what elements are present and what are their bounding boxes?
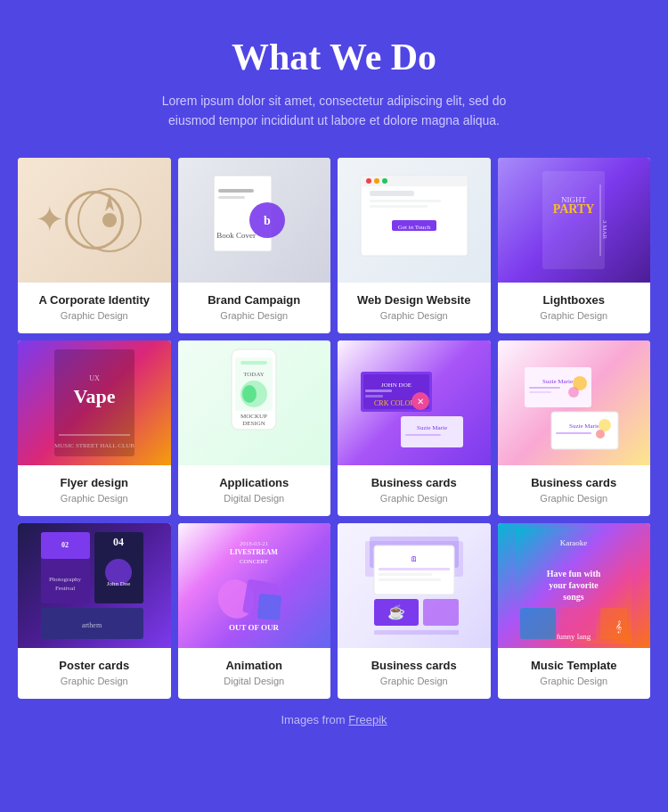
svg-point-52 [568, 387, 579, 398]
freepik-link[interactable]: Freepik [348, 713, 387, 726]
svg-text:Have fun with: Have fun with [547, 569, 601, 578]
svg-text:MUSIC STREET HALL CLUB: MUSIC STREET HALL CLUB [54, 442, 134, 449]
item-image-flyer: UX Vape MUSIC STREET HALL CLUB [18, 340, 171, 465]
svg-rect-82 [379, 578, 441, 581]
item-info-corporate: A Corporate Identity Graphic Design [18, 283, 171, 333]
svg-rect-81 [379, 573, 432, 576]
svg-rect-50 [529, 391, 551, 393]
item-category-webdesign: Graphic Design [346, 310, 482, 321]
grid-item-bizcard1[interactable]: JOHN DOE CRK COLORS ✕ Suzie Marie Busine… [338, 340, 491, 516]
item-info-flyer: Flyer design Graphic Design [18, 465, 171, 516]
svg-point-12 [382, 178, 387, 184]
grid-item-apps[interactable]: TODAY MOCKUP DESIGN Applications Digital… [178, 340, 331, 516]
item-image-corporate [18, 158, 171, 283]
item-category-poster: Graphic Design [27, 676, 162, 686]
page-subtitle: Lorem ipsum dolor sit amet, consectetur … [156, 91, 512, 131]
grid-row-1: A Corporate Identity Graphic Design b Bo… [18, 158, 650, 333]
svg-text:UX: UX [89, 374, 100, 382]
item-category-lightboxes: Graphic Design [507, 310, 642, 321]
item-image-bizcard3: 🗓 ☕ [338, 523, 491, 648]
item-image-bizcard1: JOHN DOE CRK COLORS ✕ Suzie Marie [338, 340, 491, 465]
svg-text:John Doe: John Doe [106, 580, 130, 587]
item-info-animation: Animation Digital Design [178, 648, 331, 699]
svg-rect-92 [520, 608, 556, 639]
header-section: What We Do Lorem ipsum dolor sit amet, c… [18, 36, 650, 131]
grid-item-brand[interactable]: b Book Cover Brand Campaign Graphic Desi… [178, 158, 331, 333]
page-wrapper: What We Do Lorem ipsum dolor sit amet, c… [0, 0, 668, 753]
svg-text:your favorite: your favorite [549, 580, 599, 590]
svg-point-11 [374, 178, 379, 184]
svg-text:TODAY: TODAY [243, 371, 265, 378]
svg-rect-46 [405, 434, 441, 436]
svg-rect-26 [59, 434, 130, 436]
grid-item-bizcard2[interactable]: Suzie Marie Suzie Marie Business cards G… [498, 340, 651, 516]
item-title-lightboxes: Lightboxes [507, 293, 642, 307]
grid-item-animation[interactable]: 2018-03-21 LIVESTREAM CONCERT OUT OF OUR… [178, 523, 331, 699]
footer-note: Images from Freepik [18, 713, 650, 726]
svg-text:🗓: 🗓 [411, 555, 418, 563]
svg-text:LIVESTREAM: LIVESTREAM [230, 548, 278, 556]
svg-text:JOHN DOE: JOHN DOE [381, 381, 411, 389]
svg-text:2018-03-21: 2018-03-21 [240, 540, 269, 547]
svg-rect-40 [365, 395, 383, 398]
item-title-apps: Applications [187, 476, 322, 489]
svg-point-56 [599, 419, 611, 431]
svg-text:04: 04 [113, 536, 124, 548]
svg-text:b: b [264, 214, 271, 227]
svg-text:MOCKUP: MOCKUP [240, 413, 267, 420]
item-category-music: Graphic Design [507, 676, 642, 686]
svg-rect-53 [551, 412, 618, 449]
page-title: What We Do [18, 36, 650, 78]
svg-rect-86 [374, 630, 459, 635]
item-info-webdesign: Web Design Website Graphic Design [338, 283, 491, 333]
svg-text:Get in Touch: Get in Touch [398, 224, 431, 231]
grid-item-flyer[interactable]: UX Vape MUSIC STREET HALL CLUB Flyer des… [18, 340, 171, 516]
grid-item-webdesign[interactable]: Get in Touch Web Design Website Graphic … [338, 158, 491, 333]
svg-text:DESIGN: DESIGN [242, 420, 265, 427]
item-image-lightboxes: NIGHT PARTY 3 MAR [498, 158, 651, 283]
svg-text:funny lang: funny lang [557, 632, 591, 641]
svg-text:Book Cover: Book Cover [216, 231, 256, 240]
svg-text:3 MAR: 3 MAR [601, 220, 608, 240]
grid-item-lightboxes[interactable]: NIGHT PARTY 3 MAR Lightboxes Graphic Des… [498, 158, 651, 333]
svg-text:02: 02 [61, 541, 69, 549]
item-category-bizcard2: Graphic Design [507, 493, 642, 504]
grid-item-poster[interactable]: 02 Photography Festival 04 John Doe arth… [18, 523, 171, 699]
svg-rect-94 [600, 608, 627, 639]
grid-item-music[interactable]: Karaoke Have fun with your favorite song… [498, 523, 651, 699]
item-info-bizcard2: Business cards Graphic Design [498, 465, 651, 516]
item-image-poster: 02 Photography Festival 04 John Doe arth… [18, 523, 171, 648]
item-category-animation: Digital Design [187, 676, 322, 686]
item-info-apps: Applications Digital Design [178, 465, 331, 516]
grid-row-2: UX Vape MUSIC STREET HALL CLUB Flyer des… [18, 340, 650, 516]
svg-rect-39 [365, 390, 392, 392]
svg-text:☕: ☕ [387, 603, 405, 620]
svg-rect-15 [370, 205, 428, 208]
svg-point-0 [78, 189, 141, 251]
svg-rect-55 [556, 432, 591, 434]
svg-rect-4 [218, 196, 245, 199]
item-info-lightboxes: Lightboxes Graphic Design [498, 283, 651, 333]
item-title-brand: Brand Campaign [187, 293, 322, 307]
grid-row-3: 02 Photography Festival 04 John Doe arth… [18, 523, 650, 699]
item-info-music: Music Template Graphic Design [498, 648, 651, 699]
grid-item-corporate[interactable]: A Corporate Identity Graphic Design [18, 158, 171, 333]
grid-item-bizcard3[interactable]: 🗓 ☕ Business cards Graphic Design [338, 523, 491, 699]
svg-text:✕: ✕ [417, 397, 424, 406]
item-title-poster: Poster cards [27, 659, 162, 672]
item-info-bizcard1: Business cards Graphic Design [338, 465, 491, 516]
item-image-apps: TODAY MOCKUP DESIGN [178, 340, 331, 465]
item-image-bizcard2: Suzie Marie Suzie Marie [498, 340, 651, 465]
svg-rect-74 [257, 594, 281, 620]
item-title-flyer: Flyer design [27, 476, 162, 489]
item-title-bizcard3: Business cards [346, 659, 482, 672]
svg-text:songs: songs [564, 592, 584, 602]
svg-rect-14 [370, 200, 441, 202]
svg-text:Suzie Marie: Suzie Marie [417, 424, 447, 431]
item-category-apps: Digital Design [187, 493, 322, 504]
svg-text:Karaoke: Karaoke [560, 538, 587, 547]
svg-text:Suzie Marie: Suzie Marie [569, 422, 599, 430]
item-image-animation: 2018-03-21 LIVESTREAM CONCERT OUT OF OUR [178, 523, 331, 648]
item-category-flyer: Graphic Design [27, 493, 162, 504]
svg-rect-85 [423, 599, 459, 626]
